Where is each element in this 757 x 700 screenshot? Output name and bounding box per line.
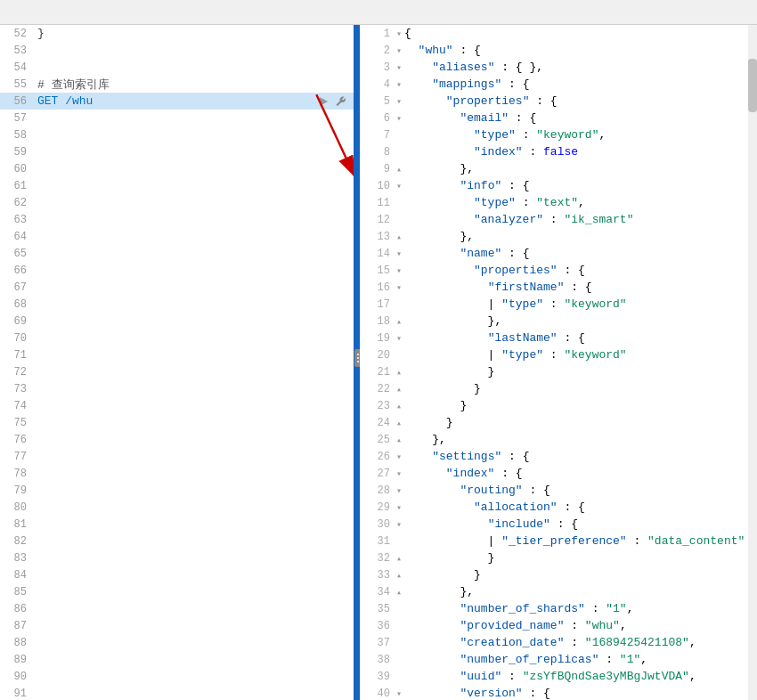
response-line: 21▴ } bbox=[360, 363, 757, 380]
response-content: }, bbox=[404, 162, 757, 175]
line-container: 52}535455# 查询索引库56GET /whu57585960616263… bbox=[0, 25, 354, 700]
response-line: 16▾ "firstName" : { bbox=[360, 279, 757, 296]
response-content: } bbox=[404, 416, 757, 429]
response-line: 35 "number_of_shards" : "1", bbox=[360, 600, 757, 617]
response-line-number: 25 bbox=[360, 434, 394, 446]
editor-line: 75 bbox=[0, 414, 354, 431]
fold-indicator[interactable]: ▾ bbox=[394, 502, 404, 513]
response-content: "aliases" : { }, bbox=[404, 61, 757, 74]
fold-indicator[interactable]: ▴ bbox=[394, 435, 404, 445]
fold-indicator[interactable]: ▾ bbox=[394, 468, 404, 479]
fold-indicator[interactable]: ▴ bbox=[394, 587, 404, 598]
editor-line: 56GET /whu bbox=[0, 93, 354, 110]
fold-indicator[interactable]: ▾ bbox=[394, 62, 404, 73]
response-line-number: 4 bbox=[360, 78, 394, 91]
response-line: 10▾ "info" : { bbox=[360, 177, 757, 194]
fold-indicator[interactable]: ▴ bbox=[394, 418, 404, 428]
fold-indicator[interactable]: ▴ bbox=[394, 232, 404, 242]
main-container: 52}535455# 查询索引库56GET /whu57585960616263… bbox=[0, 25, 757, 700]
response-line-number: 19 bbox=[360, 332, 394, 345]
response-line: 23▴ } bbox=[360, 397, 757, 414]
line-content: # 查询索引库 bbox=[34, 77, 354, 93]
fold-indicator[interactable]: ▴ bbox=[394, 401, 404, 411]
response-content: } bbox=[404, 568, 757, 582]
line-number: 62 bbox=[0, 197, 34, 209]
line-content: GET /whu bbox=[34, 94, 316, 108]
menu-help[interactable] bbox=[50, 11, 57, 14]
line-number: 60 bbox=[0, 163, 34, 175]
fold-indicator[interactable]: ▾ bbox=[394, 96, 404, 107]
line-content: } bbox=[34, 27, 354, 40]
fold-indicator[interactable]: ▴ bbox=[394, 367, 404, 378]
fold-indicator[interactable]: ▾ bbox=[394, 28, 404, 39]
fold-indicator[interactable]: ▾ bbox=[394, 45, 404, 56]
line-number: 73 bbox=[0, 383, 34, 395]
response-content: "routing" : { bbox=[404, 484, 757, 497]
response-line-number: 3 bbox=[360, 61, 394, 74]
response-content: }, bbox=[404, 230, 757, 243]
right-scrollbar[interactable] bbox=[748, 25, 757, 700]
fold-indicator[interactable]: ▾ bbox=[394, 79, 404, 90]
response-line-number: 10 bbox=[360, 180, 394, 192]
editor-line: 62 bbox=[0, 194, 354, 211]
response-content: "type" : "keyword", bbox=[404, 128, 757, 142]
line-number: 55 bbox=[0, 78, 34, 91]
response-line-number: 1 bbox=[360, 28, 394, 40]
editor-line: 66 bbox=[0, 262, 354, 279]
editor-area: 52}535455# 查询索引库56GET /whu57585960616263… bbox=[0, 25, 354, 700]
fold-indicator[interactable]: ▾ bbox=[394, 265, 404, 276]
editor-line: 52} bbox=[0, 25, 354, 42]
line-number: 72 bbox=[0, 366, 34, 378]
response-line-number: 37 bbox=[360, 637, 394, 649]
tools-icon[interactable] bbox=[334, 94, 348, 109]
fold-indicator[interactable]: ▴ bbox=[394, 553, 404, 564]
run-icon[interactable] bbox=[316, 94, 330, 109]
editor-line: 57 bbox=[0, 110, 354, 126]
fold-indicator[interactable]: ▾ bbox=[394, 452, 404, 462]
fold-indicator[interactable]: ▾ bbox=[394, 688, 404, 699]
editor-line: 89 bbox=[0, 651, 354, 668]
editor-line: 88 bbox=[0, 634, 354, 651]
line-number: 68 bbox=[0, 298, 34, 311]
editor-line: 91 bbox=[0, 685, 354, 700]
line-number: 86 bbox=[0, 603, 34, 615]
response-line-number: 22 bbox=[360, 383, 394, 395]
fold-indicator[interactable]: ▴ bbox=[394, 570, 404, 581]
response-content: "info" : { bbox=[404, 179, 757, 192]
fold-indicator[interactable]: ▴ bbox=[394, 316, 404, 327]
response-content: "lastName" : { bbox=[404, 331, 757, 345]
line-number: 58 bbox=[0, 129, 34, 142]
menu-history[interactable] bbox=[7, 11, 14, 14]
response-content: } bbox=[404, 382, 757, 395]
editor-line: 58 bbox=[0, 126, 354, 143]
fold-indicator[interactable]: ▾ bbox=[394, 113, 404, 124]
line-number: 67 bbox=[0, 281, 34, 294]
response-content: "version" : { bbox=[404, 687, 757, 700]
line-number: 70 bbox=[0, 332, 34, 345]
editor-line: 60 bbox=[0, 160, 354, 177]
right-scrollbar-thumb[interactable] bbox=[748, 59, 757, 112]
fold-indicator[interactable]: ▾ bbox=[394, 485, 404, 496]
response-line-number: 15 bbox=[360, 265, 394, 277]
editor-line: 90 bbox=[0, 668, 354, 685]
line-number: 89 bbox=[0, 654, 34, 666]
line-number: 81 bbox=[0, 518, 34, 531]
menu-settings[interactable] bbox=[28, 11, 36, 14]
editor-line: 64 bbox=[0, 228, 354, 245]
fold-indicator[interactable]: ▾ bbox=[394, 282, 404, 293]
editor-line: 81 bbox=[0, 516, 354, 533]
response-line-number: 27 bbox=[360, 468, 394, 480]
response-line: 36 "provided_name" : "whu", bbox=[360, 617, 757, 634]
editor-line: 76 bbox=[0, 431, 354, 448]
fold-indicator[interactable]: ▴ bbox=[394, 164, 404, 175]
fold-indicator[interactable]: ▴ bbox=[394, 384, 404, 395]
line-number: 78 bbox=[0, 468, 34, 480]
line-number: 85 bbox=[0, 586, 34, 598]
fold-indicator[interactable]: ▾ bbox=[394, 181, 404, 191]
line-number: 54 bbox=[0, 61, 34, 74]
fold-indicator[interactable]: ▾ bbox=[394, 333, 404, 344]
fold-indicator[interactable]: ▾ bbox=[394, 519, 404, 530]
response-line: 29▾ "allocation" : { bbox=[360, 499, 757, 516]
fold-indicator[interactable]: ▾ bbox=[394, 248, 404, 259]
line-number: 56 bbox=[0, 95, 34, 108]
